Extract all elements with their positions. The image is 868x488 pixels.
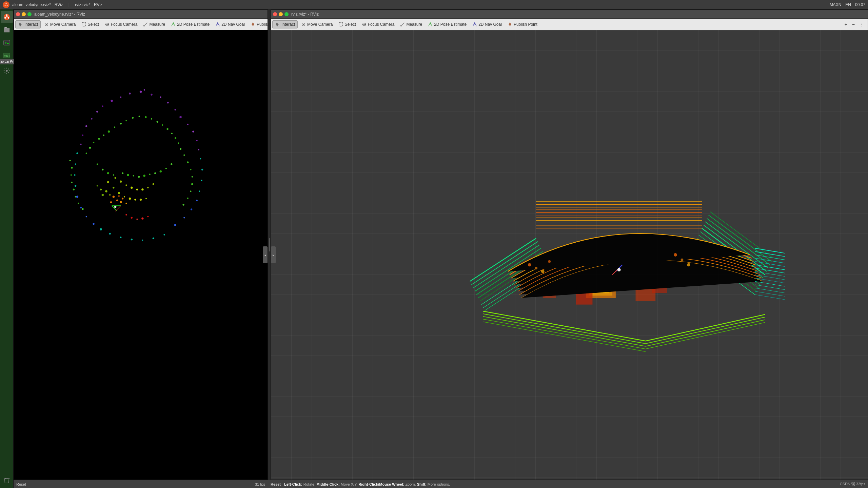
right-toolbar-more-btn[interactable]: ⋮ — [857, 21, 866, 28]
left-focus-camera-btn[interactable]: Focus Camera — [102, 21, 140, 28]
left-reset-btn[interactable]: Reset — [16, 482, 26, 486]
svg-point-84 — [136, 188, 138, 190]
bottom-bars: Reset 31 fps Reset Left-Click: Rotate. M… — [14, 480, 868, 488]
right-collapse-handle[interactable]: ▸ — [271, 246, 276, 263]
svg-point-72 — [107, 181, 109, 183]
svg-line-206 — [483, 314, 646, 344]
ubuntu-logo[interactable] — [3, 1, 9, 8]
svg-point-39 — [174, 109, 176, 110]
svg-point-136 — [175, 137, 176, 139]
left-min-btn[interactable] — [22, 12, 26, 16]
svg-point-81 — [120, 180, 122, 182]
svg-point-122 — [98, 138, 100, 140]
svg-point-153 — [187, 198, 189, 199]
svg-point-60 — [93, 223, 94, 225]
svg-rect-18 — [82, 22, 86, 26]
svg-point-47 — [196, 140, 197, 141]
sidebar-item-ubuntu[interactable] — [1, 11, 13, 23]
right-interact-btn[interactable]: Interact — [272, 20, 298, 28]
right-viewport[interactable]: ▸ — [271, 30, 868, 480]
svg-point-45 — [187, 124, 189, 125]
svg-point-3 — [5, 5, 6, 6]
svg-point-132 — [156, 121, 158, 123]
sidebar-item-trash[interactable] — [1, 474, 13, 487]
left-publish-point-btn[interactable]: Publish Point — [248, 21, 268, 28]
right-move-camera-btn[interactable]: Move Camera — [298, 21, 335, 28]
svg-point-105 — [102, 194, 104, 196]
left-move-camera-btn[interactable]: Move Camera — [41, 21, 78, 28]
svg-point-43 — [82, 135, 83, 136]
left-max-btn[interactable] — [27, 12, 32, 16]
svg-point-82 — [125, 184, 127, 186]
right-measure-btn[interactable]: Measure — [397, 21, 425, 28]
left-window-controls[interactable] — [16, 12, 32, 16]
svg-point-242 — [541, 270, 545, 273]
svg-point-149 — [190, 169, 191, 170]
sidebar-item-settings[interactable] — [1, 65, 13, 77]
svg-point-109 — [120, 201, 122, 203]
svg-point-6 — [7, 17, 9, 19]
sidebar-item-rviz[interactable]: RViz 30 GB 秀 — [1, 49, 13, 62]
svg-point-36 — [96, 111, 98, 113]
left-interact-btn[interactable]: Interact — [15, 20, 41, 28]
left-measure-btn[interactable]: Measure — [140, 21, 167, 28]
svg-point-114 — [125, 214, 127, 216]
svg-point-7 — [4, 17, 6, 19]
right-select-btn[interactable]: Select — [336, 21, 358, 28]
left-nav-goal-btn[interactable]: 2D Nav Goal — [213, 21, 247, 28]
left-pose-estimate-btn[interactable]: 2D Pose Estimate — [168, 21, 212, 28]
sidebar-item-files[interactable] — [1, 24, 13, 36]
svg-point-135 — [171, 133, 173, 134]
right-interact-icon — [275, 22, 280, 27]
left-select-btn[interactable]: Select — [79, 21, 101, 28]
right-focus-camera-btn[interactable]: Focus Camera — [359, 21, 397, 28]
left-measure-icon — [143, 22, 148, 27]
sidebar-item-terminal[interactable] — [1, 37, 13, 49]
svg-point-120 — [89, 147, 91, 149]
right-pose-estimate-btn[interactable]: 2D Pose Estimate — [425, 21, 469, 28]
shift-label: Shift: — [417, 482, 427, 486]
svg-point-40 — [179, 116, 181, 118]
svg-point-64 — [174, 224, 176, 226]
system-bar: aloam_velodyne.rviz* - RViz | rviz.rviz*… — [0, 0, 868, 9]
left-collapse-handle[interactable]: ◂ — [263, 246, 268, 263]
svg-point-33 — [120, 97, 121, 98]
svg-point-57 — [76, 196, 78, 198]
svg-point-107 — [113, 196, 115, 198]
right-nav-goal-btn[interactable]: 2D Nav Goal — [470, 21, 504, 28]
right-min-btn[interactable] — [279, 12, 283, 16]
right-max-btn[interactable] — [284, 12, 289, 16]
right-toolbar-minus-btn[interactable]: − — [850, 21, 857, 28]
left-close-btn[interactable] — [16, 12, 20, 16]
right-click-label: Right-Click/Mouse Wheel: — [358, 482, 404, 486]
svg-point-125 — [114, 126, 115, 128]
right-reset-label[interactable]: Reset — [271, 482, 281, 486]
svg-point-142 — [71, 182, 73, 183]
svg-point-113 — [110, 201, 112, 203]
svg-point-100 — [165, 168, 167, 169]
svg-point-2 — [7, 5, 8, 6]
panel-divider[interactable] — [268, 9, 271, 480]
svg-point-58 — [80, 207, 82, 208]
right-publish-point-btn[interactable]: Publish Point — [505, 21, 540, 28]
right-toolbar-add-btn[interactable]: + — [843, 21, 849, 28]
right-move-camera-icon — [301, 22, 306, 27]
svg-line-212 — [646, 320, 765, 346]
svg-point-137 — [178, 142, 179, 144]
svg-point-154 — [182, 204, 184, 205]
svg-point-243 — [548, 260, 551, 263]
locale-label: EN — [845, 2, 851, 7]
separator: | — [68, 2, 70, 7]
right-status-bar: Reset Left-Click: Rotate. Middle-Click: … — [268, 480, 868, 488]
svg-point-131 — [151, 118, 152, 120]
left-titlebar: aloam_velodyne.rviz* - RViz — [14, 10, 268, 19]
svg-point-75 — [124, 196, 125, 197]
svg-point-79 — [145, 198, 147, 199]
right-window-controls[interactable] — [273, 12, 289, 16]
right-status-text: Left-Click: Rotate. Middle-Click: Move X… — [284, 482, 450, 486]
left-viewport[interactable]: ◂ — [14, 30, 268, 480]
svg-point-35 — [102, 105, 103, 107]
svg-point-241 — [535, 267, 537, 269]
svg-point-96 — [143, 175, 145, 177]
right-close-btn[interactable] — [273, 12, 277, 16]
